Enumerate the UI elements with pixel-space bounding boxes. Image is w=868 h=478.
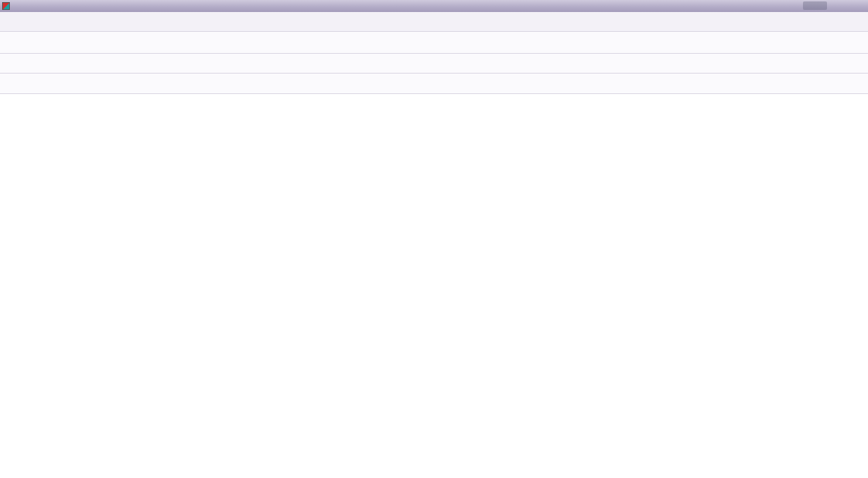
window-controls-area[interactable] xyxy=(803,1,827,10)
toolbar-main xyxy=(0,32,868,54)
window-titlebar[interactable] xyxy=(0,0,868,12)
winner-gann-app xyxy=(0,0,868,478)
toolbar-gann-tools xyxy=(0,74,868,94)
menubar xyxy=(0,12,868,32)
toolbar-navigation xyxy=(0,54,868,74)
app-icon xyxy=(2,2,10,10)
kline-chart-area[interactable] xyxy=(0,94,868,478)
